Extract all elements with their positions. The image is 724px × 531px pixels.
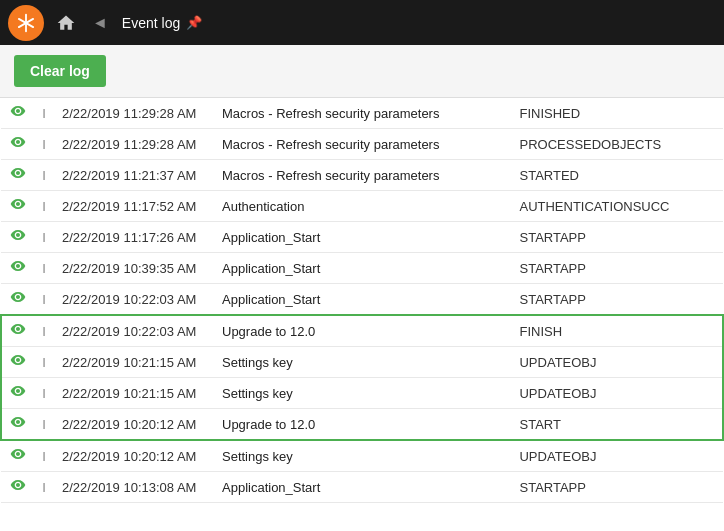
row-date: 2/22/2019 10:20:12 AM <box>54 440 214 472</box>
table-row: I 2/22/2019 10:21:15 AM Settings key UPD… <box>1 378 723 409</box>
row-date: 2/22/2019 10:21:15 AM <box>54 378 214 409</box>
row-eye-icon[interactable] <box>1 284 34 316</box>
table-row: I 2/22/2019 10:13:08 AM Application_Star… <box>1 472 723 503</box>
row-level: I <box>34 129 54 160</box>
table-row: I 2/22/2019 11:21:37 AM Macros - Refresh… <box>1 160 723 191</box>
row-eye-icon[interactable] <box>1 98 34 129</box>
row-date: 2/22/2019 11:29:28 AM <box>54 129 214 160</box>
row-eye-icon[interactable] <box>1 315 34 347</box>
row-eye-icon[interactable] <box>1 472 34 503</box>
row-date: 2/22/2019 11:21:37 AM <box>54 160 214 191</box>
row-eye-icon[interactable] <box>1 222 34 253</box>
row-event: Settings key <box>214 378 511 409</box>
row-date: 2/22/2019 11:29:28 AM <box>54 98 214 129</box>
table-row: I 2/22/2019 10:20:12 AM Upgrade to 12.0 … <box>1 409 723 441</box>
row-eye-icon[interactable] <box>1 440 34 472</box>
row-eye-icon[interactable] <box>1 129 34 160</box>
table-row: I 2/22/2019 10:21:15 AM Settings key UPD… <box>1 347 723 378</box>
row-level: I <box>34 160 54 191</box>
row-status: FINISH <box>511 315 723 347</box>
row-eye-icon[interactable] <box>1 191 34 222</box>
row-status: UPDATEOBJ <box>511 440 723 472</box>
row-status: START <box>511 409 723 441</box>
row-event: Macros - Refresh security parameters <box>214 160 511 191</box>
row-date: 2/22/2019 10:22:03 AM <box>54 315 214 347</box>
row-date: 2/22/2019 10:20:12 AM <box>54 409 214 441</box>
row-status: UPDATEOBJ <box>511 347 723 378</box>
page-title: Event log 📌 <box>116 15 208 31</box>
table-row: I 2/22/2019 10:22:03 AM Application_Star… <box>1 284 723 316</box>
row-eye-icon[interactable] <box>1 253 34 284</box>
topbar: ◄ Event log 📌 <box>0 0 724 45</box>
row-date: 2/22/2019 11:17:52 AM <box>54 191 214 222</box>
row-event: Upgrade to 12.0 <box>214 315 511 347</box>
breadcrumb-arrow: ◄ <box>88 14 112 32</box>
row-event: Macros - Refresh security parameters <box>214 129 511 160</box>
page-title-text: Event log <box>122 15 180 31</box>
row-status: STARTAPP <box>511 222 723 253</box>
home-button[interactable] <box>48 5 84 41</box>
table-row: I 2/22/2019 11:29:28 AM Macros - Refresh… <box>1 98 723 129</box>
row-level: I <box>34 284 54 316</box>
row-status: STARTED <box>511 160 723 191</box>
row-level: I <box>34 191 54 222</box>
row-event: Authentication <box>214 191 511 222</box>
row-status: AUTHENTICATIONSUCC <box>511 191 723 222</box>
event-log-table-container: I 2/22/2019 11:29:28 AM Macros - Refresh… <box>0 98 724 531</box>
row-eye-icon[interactable] <box>1 160 34 191</box>
table-row: I 2/22/2019 11:17:26 AM Application_Star… <box>1 222 723 253</box>
row-level: I <box>34 222 54 253</box>
row-event: Application_Start <box>214 222 511 253</box>
row-event: Settings key <box>214 347 511 378</box>
row-date: 2/22/2019 11:17:26 AM <box>54 222 214 253</box>
table-row: I 2/22/2019 11:29:28 AM Macros - Refresh… <box>1 129 723 160</box>
row-date: 2/22/2019 10:21:15 AM <box>54 347 214 378</box>
table-row: I 2/22/2019 10:22:03 AM Upgrade to 12.0 … <box>1 315 723 347</box>
table-row: I 2/22/2019 11:17:52 AM Authentication A… <box>1 191 723 222</box>
row-level: I <box>34 347 54 378</box>
row-event: Application_Start <box>214 284 511 316</box>
row-status: FINISHED <box>511 98 723 129</box>
row-event: Macros - Refresh security parameters <box>214 98 511 129</box>
event-log-table: I 2/22/2019 11:29:28 AM Macros - Refresh… <box>0 98 724 503</box>
row-event: Application_Start <box>214 472 511 503</box>
row-level: I <box>34 440 54 472</box>
row-event: Application_Start <box>214 253 511 284</box>
row-date: 2/22/2019 10:39:35 AM <box>54 253 214 284</box>
row-eye-icon[interactable] <box>1 347 34 378</box>
pin-icon[interactable]: 📌 <box>186 15 202 30</box>
row-event: Upgrade to 12.0 <box>214 409 511 441</box>
app-logo[interactable] <box>8 5 44 41</box>
row-eye-icon[interactable] <box>1 409 34 441</box>
row-level: I <box>34 98 54 129</box>
row-level: I <box>34 315 54 347</box>
row-status: STARTAPP <box>511 253 723 284</box>
toolbar: Clear log <box>0 45 724 98</box>
row-event: Settings key <box>214 440 511 472</box>
row-eye-icon[interactable] <box>1 378 34 409</box>
table-row: I 2/22/2019 10:39:35 AM Application_Star… <box>1 253 723 284</box>
row-level: I <box>34 409 54 441</box>
row-status: PROCESSEDOBJECTS <box>511 129 723 160</box>
clear-log-button[interactable]: Clear log <box>14 55 106 87</box>
row-status: UPDATEOBJ <box>511 378 723 409</box>
row-level: I <box>34 472 54 503</box>
row-level: I <box>34 378 54 409</box>
row-date: 2/22/2019 10:13:08 AM <box>54 472 214 503</box>
row-level: I <box>34 253 54 284</box>
row-date: 2/22/2019 10:22:03 AM <box>54 284 214 316</box>
row-status: STARTAPP <box>511 472 723 503</box>
row-status: STARTAPP <box>511 284 723 316</box>
table-row: I 2/22/2019 10:20:12 AM Settings key UPD… <box>1 440 723 472</box>
